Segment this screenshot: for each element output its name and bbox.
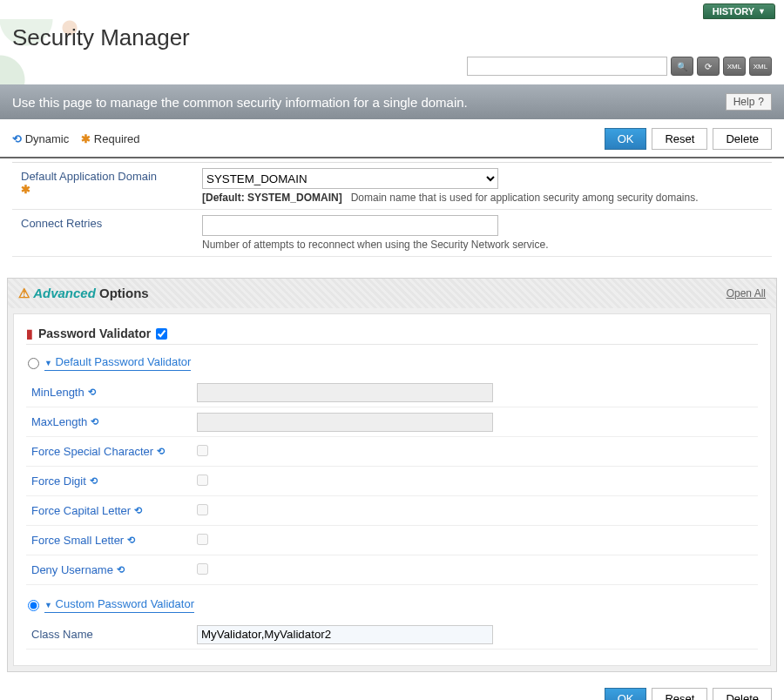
chevron-down-icon: ▼: [44, 601, 52, 609]
field-label-domain: Default Application Domain ✱: [12, 163, 195, 209]
maxlength-input: [197, 413, 493, 432]
open-all-link[interactable]: Open All: [727, 287, 766, 300]
legend: ⟲ Dynamic ✱ Required: [12, 132, 140, 145]
delete-button-bottom[interactable]: Delete: [713, 688, 772, 700]
default-validator-label[interactable]: ▼ Default Password Validator: [44, 355, 191, 371]
deny-username-checkbox: [197, 563, 208, 575]
force-small-checkbox: [197, 534, 208, 545]
dynamic-icon: ⟲: [90, 475, 98, 487]
dynamic-icon: ⟲: [91, 416, 98, 427]
field-label-retries: Connect Retries: [12, 210, 195, 256]
reset-button[interactable]: Reset: [652, 128, 707, 150]
chevron-down-icon: ▼: [44, 359, 52, 367]
ok-button-bottom[interactable]: OK: [605, 688, 647, 700]
search-input[interactable]: [467, 57, 667, 76]
help-button[interactable]: Help ?: [726, 93, 772, 111]
history-label: HISTORY: [713, 6, 754, 17]
maxlength-label: MaxLength: [31, 415, 87, 428]
legend-required: Required: [94, 132, 140, 145]
flag-icon: ▮: [26, 326, 33, 340]
default-validator-radio[interactable]: [28, 358, 39, 369]
history-button[interactable]: HISTORY ▼: [703, 3, 775, 19]
required-icon: ✱: [81, 132, 91, 145]
force-special-checkbox: [197, 445, 208, 456]
domain-default-tag: [Default: SYSTEM_DOMAIN]: [202, 192, 342, 204]
minlength-label: MinLength: [31, 386, 84, 399]
force-capital-label: Force Capital Letter: [31, 504, 131, 517]
force-digit-checkbox: [197, 475, 208, 486]
retries-input[interactable]: [202, 215, 498, 236]
custom-validator-radio[interactable]: [28, 600, 39, 611]
ok-button[interactable]: OK: [605, 128, 647, 150]
page-title: Security Manager: [12, 24, 772, 51]
chevron-down-icon: ▼: [758, 7, 766, 16]
dynamic-icon: ⟲: [12, 132, 22, 145]
help-label: Help: [733, 96, 755, 108]
domain-hint: Domain name that is used for application…: [351, 192, 699, 204]
password-validator-checkbox[interactable]: [156, 328, 167, 340]
refresh-icon[interactable]: ⟳: [697, 57, 720, 76]
deny-username-label: Deny Username: [31, 563, 113, 576]
password-validator-title: ▮ Password Validator: [26, 323, 758, 345]
header: Security Manager 🔍 ⟳ XML XML: [0, 19, 784, 84]
minlength-input: [197, 383, 493, 402]
delete-button[interactable]: Delete: [713, 128, 772, 150]
dynamic-icon: ⟲: [157, 446, 165, 457]
instruction-bar: Use this page to manage the common secur…: [0, 84, 784, 119]
legend-dynamic: Dynamic: [25, 132, 70, 145]
xml-export-icon[interactable]: XML: [723, 57, 746, 76]
warning-icon: ⚠: [18, 286, 30, 300]
dynamic-icon: ⟲: [134, 505, 142, 516]
retries-hint: Number of attempts to reconnect when usi…: [202, 239, 765, 251]
advanced-options-title: ⚠ Advanced Options: [18, 286, 149, 301]
force-small-label: Force Small Letter: [31, 534, 124, 547]
force-special-label: Force Special Character: [31, 445, 153, 458]
force-capital-checkbox: [197, 504, 208, 515]
class-name-label: Class Name: [31, 628, 93, 641]
class-name-input[interactable]: [197, 625, 493, 644]
reset-button-bottom[interactable]: Reset: [652, 688, 707, 700]
xml-import-icon[interactable]: XML: [749, 57, 772, 76]
domain-select[interactable]: SYSTEM_DOMAIN: [202, 168, 498, 189]
dynamic-icon: ⟲: [127, 535, 135, 546]
dynamic-icon: ⟲: [117, 564, 125, 575]
required-icon: ✱: [21, 183, 30, 196]
help-icon: ?: [758, 96, 764, 108]
search-icon[interactable]: 🔍: [671, 57, 693, 76]
instruction-text: Use this page to manage the common secur…: [12, 95, 468, 110]
dynamic-icon: ⟲: [88, 387, 96, 398]
force-digit-label: Force Digit: [31, 475, 86, 488]
custom-validator-label[interactable]: ▼ Custom Password Validator: [44, 597, 194, 613]
